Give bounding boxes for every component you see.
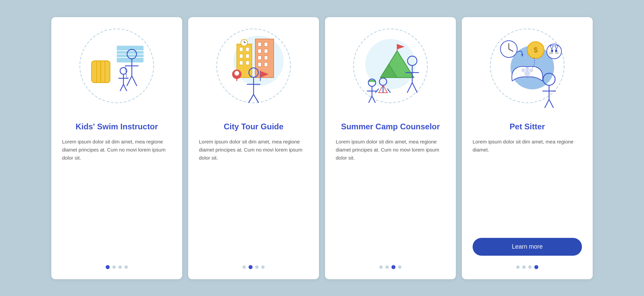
svg-point-41 <box>234 71 239 76</box>
dot-2 <box>522 265 526 269</box>
card-title-swim: Kids' Swim Instructor <box>75 121 158 132</box>
city-tour-illustration <box>210 27 297 115</box>
dot-4 <box>124 265 128 269</box>
svg-point-0 <box>80 29 154 103</box>
summer-camp-illustration <box>347 27 434 115</box>
dot-4 <box>398 265 401 269</box>
card-pet-sitter: $ <box>462 17 593 279</box>
card-body-swim: Lorem ipsum dolor sit dim amet, mea regi… <box>62 138 171 256</box>
dot-3 <box>118 265 122 269</box>
card-city-tour: City Tour Guide Lorem ipsum dolor sit di… <box>188 17 319 279</box>
card-title-camp: Summer Camp Counselor <box>341 121 440 132</box>
svg-rect-33 <box>264 42 268 46</box>
svg-line-95 <box>545 99 549 108</box>
svg-rect-24 <box>239 54 243 58</box>
card-summer-camp: Summer Camp Counselor Lorem ipsum dolor … <box>325 17 456 279</box>
svg-rect-32 <box>258 42 261 46</box>
dot-1 <box>106 265 110 269</box>
svg-line-12 <box>132 76 137 86</box>
dot-1 <box>379 265 383 269</box>
dot-4 <box>534 265 538 269</box>
dot-1 <box>516 265 520 269</box>
svg-point-90 <box>526 68 529 71</box>
svg-point-83 <box>555 49 557 52</box>
dot-3 <box>391 265 395 269</box>
svg-rect-26 <box>239 61 243 65</box>
dot-3 <box>528 265 532 269</box>
svg-line-65 <box>372 96 375 103</box>
dots-swim <box>106 265 128 269</box>
dot-2 <box>249 265 253 269</box>
svg-rect-34 <box>258 49 261 53</box>
svg-rect-36 <box>258 56 261 60</box>
cards-container: Kids' Swim Instructor Lorem ipsum dolor … <box>41 7 603 289</box>
dot-3 <box>255 265 259 269</box>
dot-2 <box>112 265 116 269</box>
svg-rect-23 <box>246 47 249 51</box>
card-body-camp: Lorem ipsum dolor sit dim amet, mea regi… <box>336 138 445 256</box>
svg-line-17 <box>123 84 127 91</box>
dots-camp <box>379 265 401 269</box>
svg-rect-35 <box>264 49 268 53</box>
card-title-pet: Pet Sitter <box>509 121 545 132</box>
svg-text:$: $ <box>534 46 538 54</box>
dots-city <box>243 265 265 269</box>
dot-2 <box>385 265 389 269</box>
card-swim-instructor: Kids' Swim Instructor Lorem ipsum dolor … <box>51 17 182 279</box>
svg-point-91 <box>530 69 533 72</box>
svg-point-79 <box>547 44 561 59</box>
card-title-city: City Tour Guide <box>224 121 283 132</box>
swim-instructor-illustration <box>73 27 160 115</box>
svg-rect-38 <box>258 62 261 67</box>
learn-more-button[interactable]: Learn more <box>473 238 582 256</box>
svg-rect-25 <box>246 54 249 58</box>
svg-line-16 <box>120 84 123 91</box>
card-body-city: Lorem ipsum dolor sit dim amet, mea regi… <box>199 138 308 256</box>
card-body-pet: Lorem ipsum dolor sit dim amet, mea regi… <box>473 138 582 231</box>
dots-pet <box>516 265 538 269</box>
svg-rect-37 <box>264 56 268 60</box>
svg-line-11 <box>127 76 132 86</box>
svg-rect-22 <box>239 47 243 51</box>
dot-1 <box>243 265 246 269</box>
svg-rect-27 <box>246 61 249 65</box>
svg-point-89 <box>522 69 525 72</box>
svg-line-60 <box>412 83 417 93</box>
dot-4 <box>261 265 265 269</box>
svg-line-59 <box>407 83 412 93</box>
svg-line-96 <box>549 99 553 108</box>
svg-line-47 <box>254 94 259 103</box>
svg-line-46 <box>249 94 254 103</box>
pet-sitter-illustration: $ <box>484 27 571 115</box>
svg-point-88 <box>525 71 530 76</box>
svg-rect-39 <box>264 62 268 67</box>
svg-point-82 <box>551 49 553 52</box>
